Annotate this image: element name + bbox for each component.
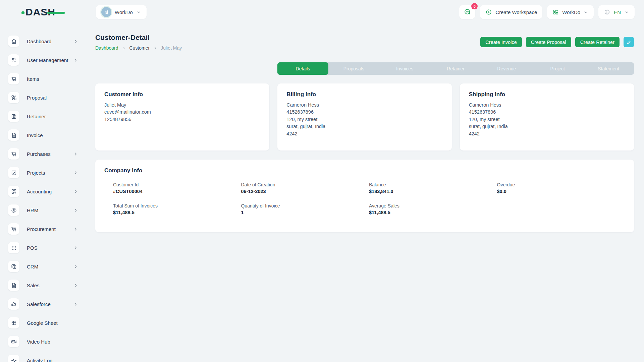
sidebar-item-projects[interactable]: Projects — [8, 167, 79, 178]
language-selector[interactable]: EN — [598, 5, 635, 19]
tab-invoices[interactable]: Invoices — [379, 62, 430, 75]
sidebar-item-user-management[interactable]: User Management — [8, 54, 79, 66]
field-label: Average Sales — [369, 203, 497, 208]
create-invoice-button[interactable]: Create Invoice — [480, 37, 522, 47]
field-label: Total Sum of Invoices — [113, 203, 241, 208]
windows-plus-icon — [8, 261, 19, 272]
field-customer-id: Customer Id #CUST00004 — [113, 182, 241, 194]
sidebar-item-dashboard[interactable]: Dashboard — [8, 36, 79, 47]
sidebar-item-items[interactable]: Items — [8, 73, 79, 84]
chevron-down-icon — [136, 10, 141, 15]
breadcrumb-dashboard-link[interactable]: Dashboard — [95, 45, 118, 51]
workdo-menu-button[interactable]: WorkDo — [547, 5, 594, 19]
card-title: Customer Info — [104, 91, 260, 98]
field-label: Balance — [369, 182, 497, 187]
messages-button[interactable]: 0 — [459, 5, 475, 19]
workspace-selector[interactable]: WorkDo — [96, 5, 147, 19]
sidebar-item-label: Sales — [27, 283, 73, 288]
sidebar-item-sales[interactable]: Sales — [8, 280, 79, 291]
grid-plus-icon — [8, 186, 19, 197]
field-balance: Balance $183,841.0 — [369, 182, 497, 194]
shipping-zip: 4242 — [469, 130, 625, 137]
globe-icon — [604, 9, 610, 15]
detail-tabs: Details Proposals Invoices Retainer Reve… — [277, 62, 634, 75]
file-icon — [8, 129, 19, 141]
field-date-of-creation: Date of Creation 06-12-2023 — [241, 182, 369, 194]
edit-customer-button[interactable] — [624, 37, 634, 47]
chevron-right-icon — [153, 46, 157, 50]
chevron-right-icon — [73, 58, 78, 62]
sidebar-item-retainer[interactable]: Retainer — [8, 111, 79, 122]
shipping-info-card: Shipping Info Cameron Hess 4152637896 12… — [460, 83, 634, 150]
sidebar-item-salesforce[interactable]: Salesforce — [8, 298, 79, 310]
billing-street: 120, my street — [286, 116, 442, 123]
sidebar-item-label: Activity Log — [27, 358, 79, 362]
field-value: 1 — [241, 210, 369, 215]
breadcrumb-customer-link[interactable]: Customer — [129, 45, 150, 51]
workspace-name: WorkDo — [115, 9, 133, 15]
sidebar-item-accounting[interactable]: Accounting — [8, 186, 79, 197]
tab-revenue[interactable]: Revenue — [481, 62, 532, 75]
cart-icon — [8, 73, 19, 84]
swap-squares-icon — [8, 92, 19, 103]
sidebar-item-crm[interactable]: CRM — [8, 261, 79, 272]
sidebar-item-activity-log[interactable]: Activity Log — [8, 355, 79, 362]
billing-info-card: Billing Info Cameron Hess 4152637896 120… — [277, 83, 451, 150]
create-retainer-button[interactable]: Create Retainer — [575, 37, 620, 47]
card-title: Shipping Info — [469, 91, 625, 98]
sidebar-item-label: Google Sheet — [27, 320, 79, 326]
plus-circle-icon — [485, 9, 492, 15]
sidebar-item-label: Invoice — [27, 132, 79, 138]
company-info-grid: Customer Id #CUST00004 Date of Creation … — [104, 182, 625, 215]
field-value: $183,841.0 — [369, 189, 497, 194]
file-icon — [8, 280, 19, 291]
card-title: Company Info — [104, 167, 625, 174]
sidebar-item-video-hub[interactable]: Video Hub — [8, 336, 79, 347]
chevron-right-icon — [73, 227, 78, 231]
billing-phone: 4152637896 — [286, 109, 442, 116]
logo-dot-icon — [21, 11, 24, 14]
sidebar-item-google-sheet[interactable]: Google Sheet — [8, 317, 79, 328]
dash-logo[interactable]: DASH — [21, 7, 65, 17]
building-icon — [103, 9, 109, 15]
tab-retainer[interactable]: Retainer — [430, 62, 481, 75]
tab-details[interactable]: Details — [277, 62, 328, 75]
sidebar-item-label: Items — [27, 76, 79, 82]
billing-name: Cameron Hess — [286, 102, 442, 109]
logo-wrap: DASH — [0, 7, 84, 17]
sidebar-item-procurement[interactable]: Procurement — [8, 223, 79, 235]
sidebar-item-label: Salesforce — [27, 301, 73, 307]
sidebar-item-pos[interactable]: POS — [8, 242, 79, 253]
tab-project[interactable]: Project — [532, 62, 583, 75]
shipping-name: Cameron Hess — [469, 102, 625, 109]
sidebar-item-label: Dashboard — [27, 39, 73, 44]
topbar: DASH WorkDo 0 Create Workspace — [0, 0, 644, 24]
tabs-row: Details Proposals Invoices Retainer Reve… — [95, 62, 634, 75]
tab-statement[interactable]: Statement — [583, 62, 634, 75]
create-workspace-button[interactable]: Create Workspace — [480, 5, 542, 19]
sidebar-item-invoice[interactable]: Invoice — [8, 129, 79, 141]
customer-email: cuve@mailinator.com — [104, 109, 260, 116]
billing-zip: 4242 — [286, 130, 442, 137]
breadcrumb: Dashboard Customer Juliet May — [95, 45, 182, 51]
sidebar-item-label: CRM — [27, 264, 73, 269]
sidebar-item-proposal[interactable]: Proposal — [8, 92, 79, 103]
sidebar-item-purchases[interactable]: Purchases — [8, 148, 79, 160]
page-actions: Create Invoice Create Proposal Create Re… — [480, 37, 634, 47]
breadcrumb-current: Juliet May — [161, 45, 182, 51]
shipping-city: surat, gujrat, India — [469, 123, 625, 130]
home-icon — [8, 36, 19, 47]
tab-proposals[interactable]: Proposals — [328, 62, 379, 75]
field-quantity-of-invoice: Quantity of Invoice 1 — [241, 203, 369, 215]
customer-name: Juliet May — [104, 102, 260, 109]
field-value: $0.0 — [497, 189, 625, 194]
sidebar-item-label: Purchases — [27, 151, 73, 157]
video-camera-icon — [8, 336, 19, 347]
title-block: Customer-Detail Dashboard Customer Julie… — [95, 34, 182, 51]
page-title: Customer-Detail — [95, 34, 182, 42]
language-code: EN — [614, 9, 621, 15]
cart-chart-icon — [8, 223, 19, 235]
sidebar-item-hrm[interactable]: HRM — [8, 204, 79, 216]
field-label: Quantity of Invoice — [241, 203, 369, 208]
create-proposal-button[interactable]: Create Proposal — [526, 37, 571, 47]
